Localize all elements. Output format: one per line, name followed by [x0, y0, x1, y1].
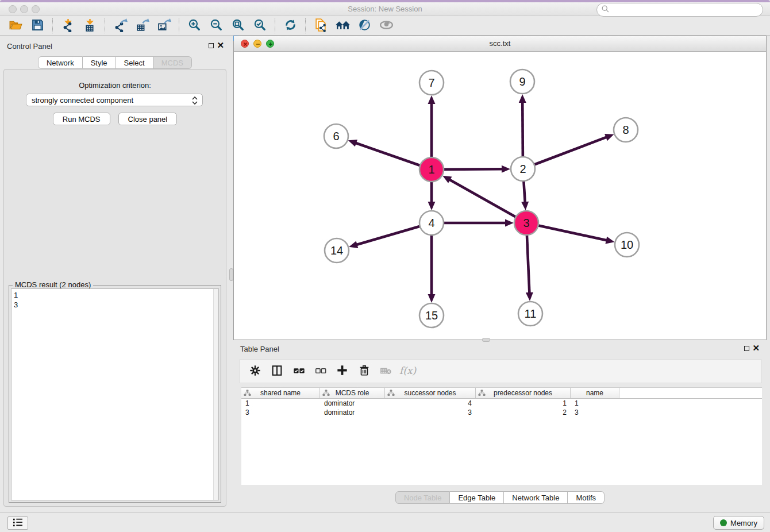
function-builder-icon: f(x)	[398, 364, 418, 379]
import-network-button[interactable]	[57, 17, 79, 34]
export-image-button[interactable]	[153, 17, 175, 34]
network-graph-canvas[interactable]: 1234678910111415	[234, 52, 766, 340]
node-label-10: 10	[621, 238, 633, 251]
sitemap-icon	[322, 390, 330, 398]
mcds-result-textarea[interactable]: 13	[11, 288, 219, 500]
edge-3-10[interactable]	[537, 225, 607, 241]
export-table-button[interactable]	[131, 17, 153, 34]
refresh-layout-button[interactable]	[279, 17, 301, 34]
memory-label: Memory	[730, 519, 757, 527]
table-cell[interactable]: 3	[385, 408, 476, 417]
column-header-label: shared name	[260, 389, 301, 397]
edge-3-11[interactable]	[527, 234, 530, 294]
edge-1-2[interactable]	[442, 169, 503, 169]
home-button[interactable]	[332, 17, 353, 34]
import-table-button[interactable]	[79, 17, 101, 34]
open-session-icon	[9, 18, 23, 34]
hide-details-icon	[379, 18, 394, 34]
table-cell[interactable]: 1	[476, 399, 571, 408]
sitemap-icon	[244, 390, 251, 398]
import-table-icon	[83, 18, 97, 34]
table-settings-button[interactable]	[245, 362, 264, 380]
edge-arrowhead	[526, 292, 533, 301]
table-cell[interactable]: 3	[241, 408, 320, 417]
edge-1-6[interactable]	[355, 143, 421, 166]
column-header-name[interactable]: name	[571, 388, 619, 398]
column-header-shared-name[interactable]: shared name	[241, 388, 320, 398]
open-session-button[interactable]	[5, 17, 26, 34]
tab-style[interactable]: Style	[83, 56, 116, 69]
add-column-icon	[336, 364, 349, 379]
clone-network-button[interactable]	[310, 17, 332, 34]
function-builder-button: f(x)	[398, 362, 417, 380]
memory-button[interactable]: Memory	[713, 516, 764, 530]
node-label-8: 8	[622, 124, 629, 136]
export-image-icon	[157, 18, 171, 34]
hide-details-button[interactable]	[375, 17, 397, 34]
save-session-button[interactable]	[26, 17, 48, 34]
select-all-button[interactable]	[289, 362, 308, 380]
show-graphics-details-button[interactable]	[353, 17, 375, 34]
zoom-fit-button[interactable]	[227, 17, 249, 34]
control-panel-title: Control Panel	[7, 42, 52, 51]
vertical-splitter-handle[interactable]	[229, 268, 233, 281]
network-view-window: scc.txt 1234678910111415	[233, 36, 767, 340]
table-row[interactable]: 1dominator411	[241, 399, 762, 408]
column-header-successor-nodes[interactable]: successor nodes	[385, 388, 476, 398]
node-label-2: 2	[519, 163, 526, 175]
column-header-predecessor-nodes[interactable]: predecessor nodes	[476, 388, 571, 398]
horizontal-splitter-handle[interactable]	[482, 338, 490, 342]
search-input[interactable]	[610, 5, 763, 15]
tab-edge-table[interactable]: Edge Table	[450, 491, 504, 504]
column-header-MCDS-role[interactable]: MCDS role	[320, 388, 385, 398]
header-filler	[619, 388, 762, 398]
delete-column-button[interactable]	[355, 362, 374, 380]
zoom-in-button[interactable]	[183, 17, 205, 34]
edge-arrowhead	[428, 202, 436, 210]
float-table-panel-icon[interactable]	[744, 346, 749, 351]
add-column-button[interactable]	[333, 362, 352, 380]
tab-node-table[interactable]: Node Table	[395, 491, 451, 504]
table-cell[interactable]: 1	[571, 399, 619, 408]
table-row[interactable]: 3dominator323	[241, 408, 762, 417]
table-cell[interactable]: 1	[241, 399, 320, 408]
result-scrollbar[interactable]	[213, 289, 218, 500]
node-label-9: 9	[519, 75, 525, 88]
table-cell[interactable]: 2	[476, 408, 571, 417]
export-network-button[interactable]	[109, 17, 131, 34]
network-window-titlebar: scc.txt	[234, 36, 766, 52]
close-panel-button[interactable]: Close panel	[118, 113, 178, 125]
edge-3-1[interactable]	[449, 179, 517, 217]
edge-arrowhead	[605, 237, 614, 244]
task-history-button[interactable]	[7, 516, 28, 530]
criterion-dropdown[interactable]: strongly connected component	[26, 94, 203, 106]
zoom-fit-icon	[231, 18, 245, 34]
deselect-all-button[interactable]	[311, 362, 330, 380]
table-cell[interactable]: dominator	[320, 408, 385, 417]
table-tabs: Node TableEdge TableNetwork TableMotifs	[233, 491, 767, 504]
task-list-icon	[12, 518, 24, 529]
tab-motifs[interactable]: Motifs	[568, 491, 605, 504]
tab-network-table[interactable]: Network Table	[504, 491, 568, 504]
close-panel-icon[interactable]: ✕	[217, 40, 224, 51]
zoom-selected-button[interactable]	[249, 17, 271, 34]
table-cell[interactable]: dominator	[320, 399, 385, 408]
zoom-out-button[interactable]	[205, 17, 227, 34]
edge-arrowhead	[605, 134, 614, 141]
table-cell[interactable]: 3	[571, 408, 619, 417]
float-panel-icon[interactable]	[209, 43, 214, 48]
table-cell[interactable]: 4	[385, 399, 476, 408]
node-label-14: 14	[330, 244, 343, 257]
edge-2-9[interactable]	[522, 102, 523, 158]
column-layout-button[interactable]	[267, 362, 286, 380]
tab-mcds[interactable]: MCDS	[153, 56, 192, 69]
tab-network[interactable]: Network	[38, 56, 83, 69]
close-table-panel-icon[interactable]: ✕	[752, 343, 760, 353]
export-table-icon	[135, 18, 149, 34]
edge-2-8[interactable]	[533, 137, 607, 165]
run-mcds-button[interactable]: Run MCDS	[53, 113, 110, 125]
edge-2-3[interactable]	[523, 180, 525, 203]
edge-4-14[interactable]	[356, 226, 421, 245]
tab-select[interactable]: Select	[116, 56, 153, 69]
search-box[interactable]	[596, 3, 763, 17]
